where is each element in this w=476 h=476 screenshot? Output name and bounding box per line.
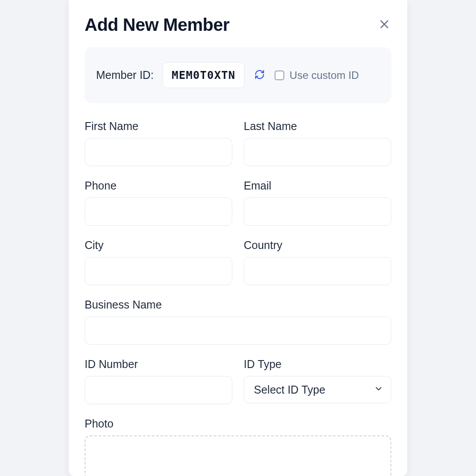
form-grid: First Name Last Name Phone Email City Co…: [85, 120, 391, 476]
first-name-input[interactable]: [85, 138, 232, 166]
photo-dropzone[interactable]: [85, 435, 391, 476]
last-name-input[interactable]: [244, 138, 391, 166]
use-custom-id-toggle[interactable]: Use custom ID: [275, 69, 359, 82]
id-type-label: ID Type: [244, 358, 391, 371]
business-name-label: Business Name: [85, 298, 391, 311]
id-number-label: ID Number: [85, 358, 232, 371]
city-input[interactable]: [85, 257, 232, 285]
city-field: City: [85, 239, 232, 285]
modal-header: Add New Member: [85, 15, 391, 35]
business-name-input[interactable]: [85, 316, 391, 345]
last-name-field: Last Name: [244, 120, 391, 166]
id-number-field: ID Number: [85, 358, 232, 404]
phone-field: Phone: [85, 179, 232, 226]
member-id-value: MEM0T0XTN: [163, 62, 245, 88]
refresh-icon: [254, 69, 265, 82]
close-icon: [379, 19, 390, 32]
use-custom-id-label: Use custom ID: [290, 69, 359, 82]
first-name-label: First Name: [85, 120, 232, 133]
checkbox-icon: [275, 71, 284, 80]
photo-field: Photo: [85, 417, 391, 476]
country-label: Country: [244, 239, 391, 252]
member-id-label: Member ID:: [96, 69, 154, 82]
close-button[interactable]: [377, 18, 391, 32]
member-id-panel: Member ID: MEM0T0XTN Use custom ID: [85, 47, 391, 103]
last-name-label: Last Name: [244, 120, 391, 133]
city-label: City: [85, 239, 232, 252]
regenerate-id-button[interactable]: [253, 69, 266, 82]
business-name-field: Business Name: [85, 298, 391, 345]
email-field: Email: [244, 179, 391, 226]
id-type-selected-value: Select ID Type: [254, 383, 325, 396]
add-member-modal: Add New Member Member ID: MEM0T0XTN: [69, 0, 407, 476]
modal-title: Add New Member: [85, 15, 230, 35]
phone-label: Phone: [85, 179, 232, 192]
phone-input[interactable]: [85, 197, 232, 226]
country-field: Country: [244, 239, 391, 285]
id-number-input[interactable]: [85, 376, 232, 404]
id-type-select[interactable]: Select ID Type: [244, 376, 391, 403]
id-type-field: ID Type Select ID Type: [244, 358, 391, 404]
email-label: Email: [244, 179, 391, 192]
country-input[interactable]: [244, 257, 391, 285]
email-input[interactable]: [244, 197, 391, 226]
photo-label: Photo: [85, 417, 391, 430]
first-name-field: First Name: [85, 120, 232, 166]
